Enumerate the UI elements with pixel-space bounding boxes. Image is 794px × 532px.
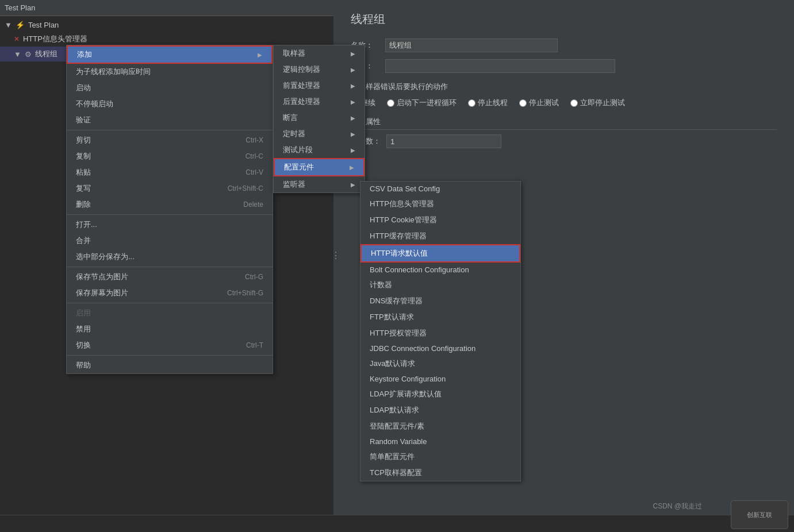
- menu-label-http-cookie: HTTP Cookie管理器: [370, 215, 437, 225]
- menu-item-http-cache[interactable]: HTTP缓存管理器: [360, 228, 520, 244]
- menu-item-start-no-pause[interactable]: 不停顿启动: [67, 96, 273, 112]
- submenu-arrow-logic: ▶: [351, 67, 355, 73]
- menu-label-validate: 验证: [76, 115, 91, 125]
- menu-item-login-config[interactable]: 登陆配置元件/素: [360, 418, 520, 434]
- menu-item-add-response-time[interactable]: 为子线程添加响应时间: [67, 64, 273, 80]
- name-row: 名称：: [351, 38, 777, 52]
- menu-item-paste[interactable]: 粘贴 Ctrl-V: [67, 164, 273, 180]
- menu-item-jdbc[interactable]: JDBC Connection Configuration: [360, 341, 520, 356]
- menu-item-open[interactable]: 打开...: [67, 217, 273, 233]
- shortcut-save-node: Ctrl-G: [245, 273, 263, 281]
- menu-item-merge[interactable]: 合并: [67, 233, 273, 249]
- panel-title: 线程组: [351, 11, 777, 27]
- menu-item-add[interactable]: 添加 ▶: [67, 45, 273, 64]
- tree-item-testplan[interactable]: ▼ ⚡ Test Plan: [0, 18, 333, 32]
- thread-count-input[interactable]: [386, 134, 501, 148]
- menu-label-http-defaults: HTTP请求默认值: [371, 248, 428, 259]
- menu-label-duplicate: 复写: [76, 183, 91, 194]
- submenu-arrow-sampler: ▶: [351, 51, 355, 57]
- menu-item-java-defaults[interactable]: Java默认请求: [360, 356, 520, 372]
- shortcut-delete: Delete: [243, 201, 263, 209]
- menu-item-post-processor[interactable]: 后置处理器 ▶: [274, 94, 365, 110]
- menu-item-help[interactable]: 帮助: [67, 357, 273, 373]
- menu-item-cut[interactable]: 剪切 Ctrl-X: [67, 132, 273, 148]
- menu-item-enable[interactable]: 启用: [67, 305, 273, 321]
- submenu-arrow-fragment: ▶: [351, 147, 355, 153]
- menu-item-save-selection[interactable]: 选中部分保存为...: [67, 249, 273, 265]
- menu-item-delete[interactable]: 删除 Delete: [67, 196, 273, 213]
- separator-4: [67, 303, 273, 303]
- menu-label-save-screen-img: 保存屏幕为图片: [76, 288, 128, 298]
- menu-item-ftp-defaults[interactable]: FTP默认请求: [360, 309, 520, 325]
- menu-item-assertion[interactable]: 断言 ▶: [274, 110, 365, 126]
- context-menu-add-submenu: 取样器 ▶ 逻辑控制器 ▶ 前置处理器 ▶ 后置处理器 ▶ 断言 ▶ 定时器 ▶…: [273, 45, 365, 193]
- separator-2: [67, 214, 273, 215]
- menu-item-toggle[interactable]: 切换 Ctrl-T: [67, 337, 273, 353]
- menu-item-http-auth[interactable]: HTTP授权管理器: [360, 325, 520, 341]
- shortcut-cut: Ctrl-X: [246, 136, 263, 144]
- menu-item-disable[interactable]: 禁用: [67, 321, 273, 337]
- comment-input[interactable]: [385, 59, 615, 73]
- radio-stop-thread[interactable]: 停止线程: [468, 98, 508, 108]
- menu-item-dns-cache[interactable]: DNS缓存管理器: [360, 293, 520, 309]
- menu-item-validate[interactable]: 验证: [67, 112, 273, 128]
- menu-item-csv[interactable]: CSV Data Set Config: [360, 182, 520, 196]
- menu-label-sampler: 取样器: [283, 48, 305, 59]
- menu-label-ftp-defaults: FTP默认请求: [370, 312, 414, 322]
- menu-item-ldap-defaults[interactable]: LDAP默认请求: [360, 402, 520, 418]
- menu-label-dns-cache: DNS缓存管理器: [370, 296, 423, 306]
- radio-stop-now[interactable]: 立即停止测试: [570, 98, 625, 108]
- menu-item-random-var[interactable]: Random Variable: [360, 434, 520, 449]
- submenu-arrow-post: ▶: [351, 99, 355, 105]
- thread-count-row: 线程数：: [351, 134, 777, 148]
- menu-item-sampler[interactable]: 取样器 ▶: [274, 45, 365, 61]
- menu-label-http-header-mgr: HTTP信息头管理器: [370, 199, 434, 209]
- menu-label-open: 打开...: [76, 219, 97, 230]
- radio-next-loop[interactable]: 启动下一进程循环: [387, 98, 457, 108]
- context-menu-main: 添加 ▶ 为子线程添加响应时间 启动 不停顿启动 验证 剪切 Ctrl-X 复制…: [66, 45, 273, 374]
- menu-item-counter[interactable]: 计数器: [360, 277, 520, 293]
- menu-label-java-defaults: Java默认请求: [370, 358, 415, 369]
- separator-1: [67, 130, 273, 130]
- comment-row: 注释：: [351, 59, 777, 73]
- menu-item-simple-config[interactable]: 简单配置元件: [360, 449, 520, 465]
- name-input[interactable]: [385, 38, 558, 52]
- error-action-title: 在取样器错误后要执行的动作: [351, 82, 777, 92]
- menu-item-http-defaults[interactable]: HTTP请求默认值: [360, 244, 520, 263]
- menu-item-http-cookie[interactable]: HTTP Cookie管理器: [360, 212, 520, 228]
- menu-item-keystore[interactable]: Keystore Configuration: [360, 372, 520, 386]
- menu-item-listener[interactable]: 监听器 ▶: [274, 176, 365, 192]
- radio-stop-test[interactable]: 停止测试: [519, 98, 559, 108]
- menu-item-start[interactable]: 启动: [67, 80, 273, 96]
- menu-item-timer[interactable]: 定时器 ▶: [274, 126, 365, 142]
- separator-3: [67, 267, 273, 267]
- menu-label-tcp-sampler: TCP取样器配置: [370, 468, 422, 478]
- menu-label-http-cache: HTTP缓存管理器: [370, 231, 427, 241]
- menu-label-copy: 复制: [76, 151, 91, 161]
- menu-item-pre-processor[interactable]: 前置处理器 ▶: [274, 78, 365, 94]
- shortcut-paste: Ctrl-V: [246, 168, 263, 176]
- shortcut-copy: Ctrl-C: [246, 152, 263, 160]
- menu-item-save-node-img[interactable]: 保存节点为图片 Ctrl-G: [67, 269, 273, 285]
- menu-label-simple-config: 简单配置元件: [370, 452, 415, 462]
- menu-item-copy[interactable]: 复制 Ctrl-C: [67, 148, 273, 164]
- menu-item-bolt-connection[interactable]: Bolt Connection Configuration: [360, 263, 520, 277]
- menu-item-save-screen-img[interactable]: 保存屏幕为图片 Ctrl+Shift-G: [67, 285, 273, 301]
- menu-label-help: 帮助: [76, 360, 91, 371]
- menu-label-save-node-img: 保存节点为图片: [76, 272, 128, 282]
- menu-item-config-element[interactable]: 配置元件 ▶: [274, 158, 365, 176]
- submenu-arrow-assertion: ▶: [351, 115, 355, 121]
- menu-item-tcp-sampler[interactable]: TCP取样器配置: [360, 465, 520, 481]
- radio-row: 继续 启动下一进程循环 停止线程 停止测试 立即停止测试: [351, 98, 777, 108]
- menu-item-logic-controller[interactable]: 逻辑控制器 ▶: [274, 61, 365, 78]
- menu-item-test-fragment[interactable]: 测试片段 ▶: [274, 142, 365, 158]
- menu-label-pre-processor: 前置处理器: [283, 80, 320, 91]
- menu-label-counter: 计数器: [370, 280, 392, 290]
- menu-label-post-processor: 后置处理器: [283, 97, 320, 107]
- menu-label-start: 启动: [76, 83, 91, 93]
- submenu-arrow-timer: ▶: [351, 131, 355, 137]
- menu-item-duplicate[interactable]: 复写 Ctrl+Shift-C: [67, 180, 273, 196]
- menu-item-ldap-ext[interactable]: LDAP扩展请求默认值: [360, 386, 520, 402]
- menu-item-http-header-mgr[interactable]: HTTP信息头管理器: [360, 196, 520, 212]
- thread-props-title: 线程属性: [351, 117, 777, 130]
